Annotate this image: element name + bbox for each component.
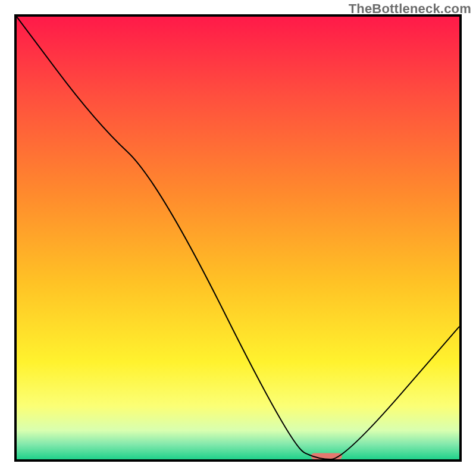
gradient-background <box>17 17 459 459</box>
chart-frame: TheBottleneck.com <box>0 0 476 476</box>
chart-svg <box>17 17 459 459</box>
markers-group <box>311 453 342 459</box>
optimal-range <box>311 453 342 459</box>
plot-area <box>14 14 462 462</box>
